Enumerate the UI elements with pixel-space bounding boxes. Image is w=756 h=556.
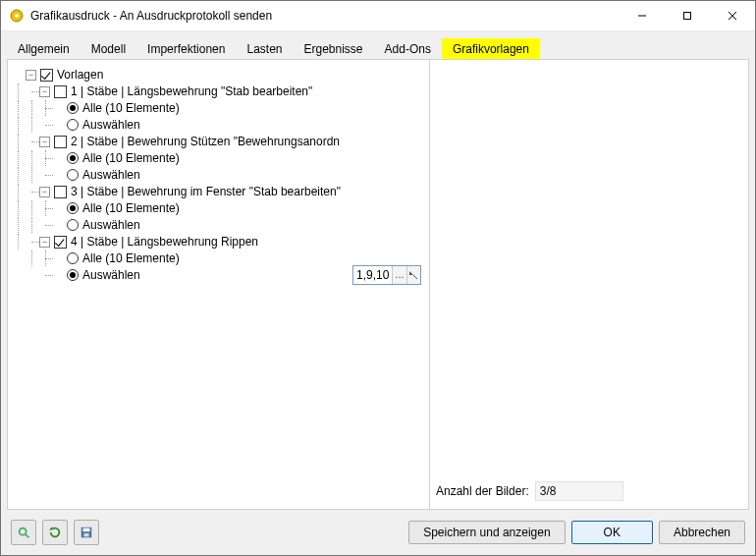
tree-item-label: 1 | Stäbe | Längsbewehrung "Stab bearbei… — [71, 83, 312, 99]
save-button[interactable] — [74, 520, 99, 545]
radio-item-4-all[interactable] — [67, 252, 79, 264]
image-count-row: Anzahl der Bilder: 3/8 — [436, 479, 742, 503]
radio-label: Alle (10 Elemente) — [82, 150, 180, 166]
tab-modell[interactable]: Modell — [81, 38, 136, 59]
radio-label: Alle (10 Elemente) — [82, 250, 180, 266]
image-count-field: 3/8 — [535, 481, 623, 501]
tree-option: Auswählen — [12, 167, 425, 183]
preview-panel: Anzahl der Bilder: 3/8 — [430, 60, 748, 509]
tree-item-label: 3 | Stäbe | Bewehrung im Fenster "Stab b… — [71, 184, 341, 199]
cancel-button[interactable]: Abbrechen — [659, 521, 745, 544]
checkbox-item-3[interactable] — [54, 186, 67, 198]
tab-ergebnisse[interactable]: Ergebnisse — [293, 38, 373, 59]
radio-label: Alle (10 Elemente) — [82, 200, 180, 216]
collapse-icon[interactable]: − — [39, 187, 50, 197]
image-count-value: 3/8 — [540, 484, 557, 498]
radio-item-2-select[interactable] — [67, 169, 79, 181]
tree-option: Alle (10 Elemente) — [12, 250, 425, 266]
tree-item-label: 2 | Stäbe | Bewehrung Stützen "Bewehrung… — [71, 134, 340, 149]
tab-bar: Allgemein Modell Imperfektionen Lasten E… — [7, 37, 749, 59]
tree-panel: − Vorlagen − 1 | Stäbe | Längsbewehrung … — [8, 60, 430, 509]
ok-button[interactable]: OK — [571, 521, 653, 544]
svg-line-6 — [413, 275, 417, 279]
tab-allgemein[interactable]: Allgemein — [7, 38, 81, 59]
preview-area — [436, 66, 742, 479]
tree-option: Auswählen — [12, 117, 425, 133]
radio-item-1-all[interactable] — [67, 102, 79, 114]
selection-pick-button[interactable] — [406, 266, 420, 284]
collapse-icon[interactable]: − — [39, 86, 50, 97]
tree-option: Auswählen 1,9,10 … — [12, 267, 425, 283]
help-button[interactable] — [11, 520, 36, 545]
tree-option: Alle (10 Elemente) — [12, 200, 425, 216]
selection-more-button[interactable]: … — [392, 266, 405, 284]
dialog-window: Grafikausdruck - An Ausdruckprotokoll se… — [0, 0, 756, 556]
selection-value[interactable]: 1,9,10 — [353, 267, 392, 283]
svg-point-7 — [20, 528, 27, 535]
svg-rect-3 — [684, 13, 691, 20]
checkbox-vorlagen[interactable] — [40, 69, 53, 82]
tab-addons[interactable]: Add-Ons — [374, 38, 442, 59]
image-count-label: Anzahl der Bilder: — [436, 484, 529, 498]
search-icon — [17, 526, 30, 539]
svg-line-8 — [26, 534, 29, 538]
save-icon — [80, 526, 93, 539]
radio-item-3-all[interactable] — [67, 202, 79, 214]
tree-item: − 4 | Stäbe | Längsbewehrung Rippen — [12, 234, 425, 250]
radio-label: Auswählen — [82, 117, 140, 133]
svg-rect-11 — [83, 533, 88, 537]
radio-label: Auswählen — [82, 217, 140, 233]
radio-item-3-select[interactable] — [67, 219, 79, 231]
tree-option: Alle (10 Elemente) — [12, 150, 425, 166]
tab-lasten[interactable]: Lasten — [236, 38, 293, 59]
dialog-content: Allgemein Modell Imperfektionen Lasten E… — [1, 31, 755, 555]
collapse-icon[interactable]: − — [26, 70, 36, 81]
svg-rect-10 — [83, 528, 90, 532]
collapse-icon[interactable]: − — [39, 137, 50, 147]
radio-label: Auswählen — [82, 167, 140, 183]
checkbox-item-1[interactable] — [54, 85, 67, 98]
tree-item: − 3 | Stäbe | Bewehrung im Fenster "Stab… — [12, 184, 425, 199]
tree-root-label: Vorlagen — [57, 67, 103, 83]
refresh-icon — [48, 526, 62, 539]
save-show-button[interactable]: Speichern und anzeigen — [408, 521, 565, 544]
checkbox-item-2[interactable] — [54, 136, 67, 148]
tree-item-label: 4 | Stäbe | Längsbewehrung Rippen — [71, 234, 258, 250]
close-button[interactable] — [710, 1, 755, 30]
radio-label: Auswählen — [82, 267, 140, 283]
tree-item: − 2 | Stäbe | Bewehrung Stützen "Bewehru… — [12, 134, 425, 149]
radio-label: Alle (10 Elemente) — [82, 100, 180, 116]
svg-point-1 — [15, 14, 19, 18]
tree-root: − Vorlagen — [12, 67, 425, 83]
radio-item-4-select[interactable] — [67, 269, 79, 281]
maximize-button[interactable] — [665, 1, 710, 30]
collapse-icon[interactable]: − — [39, 237, 50, 248]
titlebar: Grafikausdruck - An Ausdruckprotokoll se… — [1, 1, 755, 31]
window-title: Grafikausdruck - An Ausdruckprotokoll se… — [30, 9, 620, 23]
tab-grafikvorlagen[interactable]: Grafikvorlagen — [442, 38, 540, 59]
tab-imperfektionen[interactable]: Imperfektionen — [136, 38, 236, 59]
selection-input[interactable]: 1,9,10 … — [352, 265, 421, 285]
refresh-button[interactable] — [42, 520, 68, 545]
tree-item: − 1 | Stäbe | Längsbewehrung "Stab bearb… — [12, 83, 425, 99]
radio-item-2-all[interactable] — [67, 152, 79, 164]
minimize-button[interactable] — [620, 1, 665, 30]
footer: Speichern und anzeigen OK Abbrechen — [7, 516, 749, 549]
main-panel: − Vorlagen − 1 | Stäbe | Längsbewehrung … — [7, 59, 749, 510]
tree-option: Auswählen — [12, 217, 425, 233]
checkbox-item-4[interactable] — [54, 236, 67, 249]
tree-option: Alle (10 Elemente) — [12, 100, 425, 116]
radio-item-1-select[interactable] — [67, 119, 79, 131]
app-icon — [9, 8, 25, 24]
